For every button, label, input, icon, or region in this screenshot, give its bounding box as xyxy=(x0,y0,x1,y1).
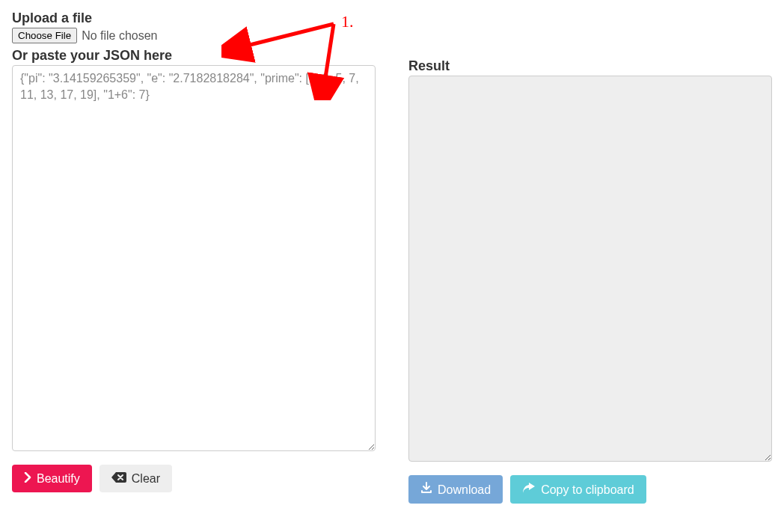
copy-clipboard-button[interactable]: Copy to clipboard xyxy=(510,475,646,504)
chevron-right-icon xyxy=(24,471,31,486)
clear-button-label: Clear xyxy=(132,471,160,486)
download-button[interactable]: Download xyxy=(408,475,503,504)
copy-clipboard-button-label: Copy to clipboard xyxy=(541,483,634,497)
beautify-button-label: Beautify xyxy=(37,471,80,486)
result-label: Result xyxy=(408,58,772,74)
choose-file-button[interactable]: Choose File xyxy=(12,28,77,43)
clear-icon xyxy=(111,471,126,486)
file-status-text: No file chosen xyxy=(82,29,157,43)
clear-button[interactable]: Clear xyxy=(99,465,172,492)
paste-json-label: Or paste your JSON here xyxy=(12,48,376,64)
annotation-number: 1. xyxy=(341,12,354,31)
download-icon xyxy=(420,482,432,497)
beautify-button[interactable]: Beautify xyxy=(12,465,92,492)
download-button-label: Download xyxy=(438,483,491,497)
json-input-textarea[interactable] xyxy=(12,65,376,451)
result-textarea[interactable] xyxy=(408,76,772,462)
upload-file-label: Upload a file xyxy=(12,10,376,26)
share-icon xyxy=(522,482,536,497)
